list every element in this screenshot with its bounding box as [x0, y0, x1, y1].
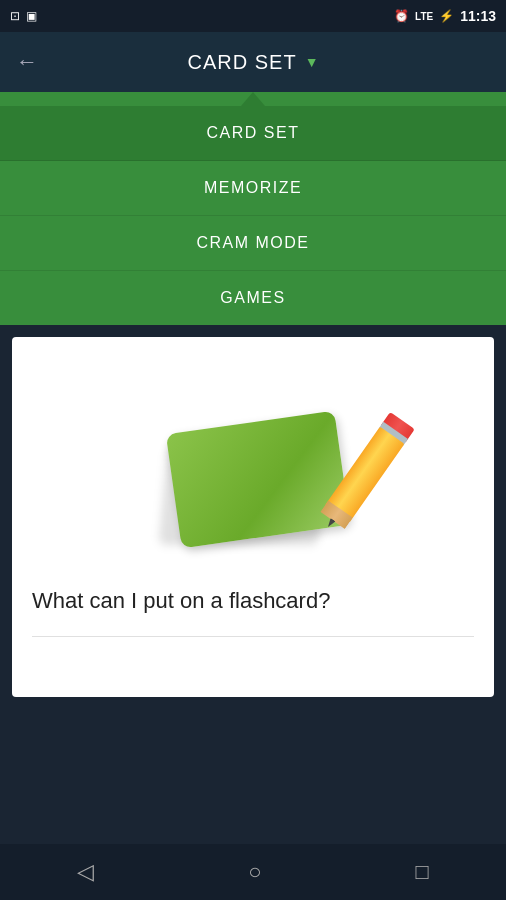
question-text: What can I put on a flashcard? — [32, 587, 474, 616]
nav-recents-button[interactable]: □ — [416, 859, 429, 885]
nav-home-button[interactable]: ○ — [248, 859, 261, 885]
dropdown-menu: CARD SET MEMORIZE CRAM MODE GAMES — [0, 92, 506, 325]
status-bar-left: ⊡ ▣ — [10, 9, 37, 23]
dropdown-arrow-icon: ▼ — [305, 54, 319, 70]
signal-icon: ▣ — [26, 9, 37, 23]
battery-icon: ⚡ — [439, 9, 454, 23]
app-title: CARD SET — [188, 51, 297, 74]
alarm-icon: ⏰ — [394, 9, 409, 23]
dropdown-item-card-set[interactable]: CARD SET — [0, 106, 506, 161]
dropdown-item-cram-mode[interactable]: CRAM MODE — [0, 216, 506, 271]
status-time: 11:13 — [460, 8, 496, 24]
wifi-icon: ⊡ — [10, 9, 20, 23]
illustration-area — [32, 357, 474, 577]
dropdown-wrapper: CARD SET MEMORIZE CRAM MODE GAMES — [0, 92, 506, 325]
nav-back-button[interactable]: ◁ — [77, 859, 94, 885]
content-divider — [32, 636, 474, 637]
lte-icon: LTE — [415, 11, 433, 22]
green-card — [166, 411, 350, 549]
main-content: What can I put on a flashcard? — [12, 337, 494, 697]
dropdown-item-memorize[interactable]: MEMORIZE — [0, 161, 506, 216]
back-button[interactable]: ← — [16, 49, 38, 75]
title-dropdown-button[interactable]: CARD SET ▼ — [188, 51, 319, 74]
status-bar-right: ⏰ LTE ⚡ 11:13 — [394, 8, 496, 24]
status-bar: ⊡ ▣ ⏰ LTE ⚡ 11:13 — [0, 0, 506, 32]
nav-bar: ◁ ○ □ — [0, 844, 506, 900]
dropdown-item-games[interactable]: GAMES — [0, 271, 506, 325]
app-bar: ← CARD SET ▼ — [0, 32, 506, 92]
flashcard-illustration — [143, 387, 363, 537]
